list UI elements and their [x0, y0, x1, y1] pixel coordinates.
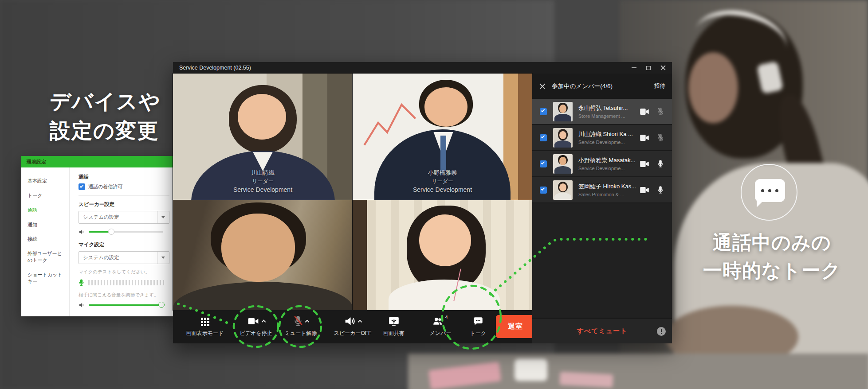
stop-video-button[interactable]: ビデオを停止: [232, 314, 280, 337]
mic-muted-icon: [657, 107, 664, 116]
speaker-icon: [79, 229, 85, 235]
headline-left-line1: デバイスや: [50, 87, 161, 116]
chevron-up-icon[interactable]: [262, 320, 266, 324]
member-dept: Service Developme...: [578, 166, 640, 171]
member-name: 小野橋雅崇 Masatak...: [578, 156, 640, 164]
incoming-call-checkbox[interactable]: [79, 183, 85, 190]
member-name: 永山哲弘 Tetsuhir...: [578, 104, 640, 112]
settings-nav-shortcut[interactable]: ショートカットキー: [27, 268, 69, 289]
unmute-label: ミュート解除: [276, 330, 325, 337]
participant-name: 川山詩織: [173, 169, 353, 177]
call-toolbar: 画面表示モード ビデオを停止 ミュート解除: [173, 310, 532, 343]
avatar: [553, 128, 573, 148]
talk-label: トーク: [454, 330, 503, 337]
member-checkbox[interactable]: [540, 108, 547, 115]
speaker-section-heading: スピーカー設定: [79, 201, 169, 208]
settings-nav-call[interactable]: 通話: [27, 203, 69, 218]
minimize-icon[interactable]: [632, 67, 636, 68]
settings-nav-notification[interactable]: 通知: [27, 218, 69, 232]
close-icon[interactable]: [539, 83, 546, 89]
mute-all-button[interactable]: すべてミュート: [577, 327, 627, 335]
mic-device-value: システムの設定: [79, 254, 157, 261]
member-panel-header: 参加中のメンバー(4/6) 招待: [532, 74, 672, 99]
settings-content: 通話 通話の着信許可 スピーカー設定 システムの設定: [70, 167, 177, 316]
camera-icon: [640, 160, 649, 167]
settings-nav-external-talk[interactable]: 外部ユーザーとのトーク: [27, 246, 69, 268]
window-titlebar: Service Development (02.55): [173, 62, 672, 74]
member-panel-footer: すべてミュート: [532, 318, 672, 343]
avatar: [553, 154, 573, 174]
screen-share-label: 画面共有: [369, 330, 418, 337]
settings-nav-basic[interactable]: 基本設定: [27, 174, 69, 188]
speaker-volume-fill: [89, 231, 111, 233]
stop-video-label: ビデオを停止: [232, 330, 280, 337]
settings-nav-connection[interactable]: 接続: [27, 232, 69, 246]
camera-icon: [640, 134, 649, 141]
mic-device-dropdown[interactable]: システムの設定: [79, 251, 169, 264]
member-checkbox[interactable]: [540, 134, 547, 141]
speaker-volume-thumb[interactable]: [108, 229, 114, 235]
speaker-volume-slider[interactable]: [89, 231, 163, 233]
chevron-up-icon[interactable]: [305, 320, 310, 324]
mic-icon: [657, 186, 664, 194]
talk-button[interactable]: トーク: [454, 314, 503, 337]
speaker-icon: [79, 302, 85, 308]
mic-level-meter: [88, 280, 165, 285]
mic-green-icon: [79, 279, 84, 286]
mic-volume-thumb[interactable]: [158, 302, 165, 308]
unmute-button[interactable]: ミュート解除: [276, 314, 325, 337]
speaker-device-dropdown[interactable]: システムの設定: [79, 211, 169, 224]
participant-name-overlay: 川山詩織 リーダー Service Development: [173, 169, 353, 193]
member-dept: Sales Promotion & ...: [578, 192, 640, 197]
settings-nav-talk[interactable]: トーク: [27, 188, 69, 203]
settings-panel-title: 環境設定: [21, 156, 177, 167]
camera-icon: [640, 108, 649, 115]
invite-button[interactable]: 招待: [654, 82, 672, 90]
view-mode-button[interactable]: 画面表示モード: [181, 314, 229, 337]
leave-button[interactable]: 退室: [496, 315, 535, 338]
video-tile-2: 小野橋雅崇 リーダー Service Development: [353, 74, 532, 200]
grid-icon: [200, 316, 210, 327]
member-checkbox[interactable]: [540, 187, 547, 194]
member-row[interactable]: 永山哲弘 Tetsuhir... Store Management ...: [532, 99, 672, 125]
participant-name: 小野橋雅崇: [353, 169, 532, 177]
mic-icon: [657, 159, 664, 168]
member-row[interactable]: 川山詩織 Shiori Ka ... Service Developme...: [532, 125, 672, 151]
info-icon[interactable]: [657, 327, 666, 336]
divider: [79, 195, 169, 196]
video-grid: 川山詩織 リーダー Service Development 小野橋雅崇 リーダー…: [173, 74, 532, 310]
screen-share-button[interactable]: 画面共有: [369, 314, 418, 337]
headline-right-line1: 通話中のみの: [682, 229, 862, 257]
mic-section-heading: マイク設定: [79, 241, 169, 248]
chat-bubble-tail: [757, 200, 764, 207]
mic-volume-slider[interactable]: [89, 304, 163, 306]
maximize-icon[interactable]: [646, 66, 651, 70]
close-icon[interactable]: [660, 65, 666, 70]
member-row[interactable]: 小野橋雅崇 Masatak... Service Developme...: [532, 151, 672, 177]
chat-bubble-dots: [761, 189, 778, 192]
camera-icon: [640, 187, 649, 194]
member-count-badge: 4: [445, 315, 448, 320]
check-icon: [80, 184, 83, 187]
mic-muted-icon: [657, 133, 664, 142]
headline-right: 通話中のみの 一時的なトーク: [682, 229, 862, 284]
video-tile-1: 川山詩織 リーダー Service Development: [173, 74, 353, 200]
check-icon: [541, 187, 545, 191]
settings-nav: 基本設定 トーク 通話 通知 接続 外部ユーザーとのトーク ショートカットキー: [21, 167, 70, 316]
member-name: 川山詩織 Shiori Ka ...: [578, 130, 640, 138]
member-row[interactable]: 笠岡紘子 Hiroko Kas... Sales Promotion & ...: [532, 177, 672, 203]
headline-left-line2: 設定の変更: [50, 116, 161, 145]
call-section-heading: 通話: [79, 174, 169, 180]
member-name: 笠岡紘子 Hiroko Kas...: [578, 183, 640, 191]
check-icon: [541, 161, 545, 164]
camera-icon: [247, 315, 260, 327]
mic-volume-hint: 相手に聞こえる音量を調節できます。: [79, 292, 169, 298]
member-checkbox[interactable]: [540, 160, 547, 167]
pink-case: [559, 372, 613, 388]
chevron-up-icon[interactable]: [357, 320, 362, 324]
avatar: [553, 102, 573, 121]
chat-icon: [472, 315, 484, 327]
participant-body: [389, 280, 500, 310]
avatar: [553, 180, 573, 200]
video-tile-4: [353, 200, 532, 310]
